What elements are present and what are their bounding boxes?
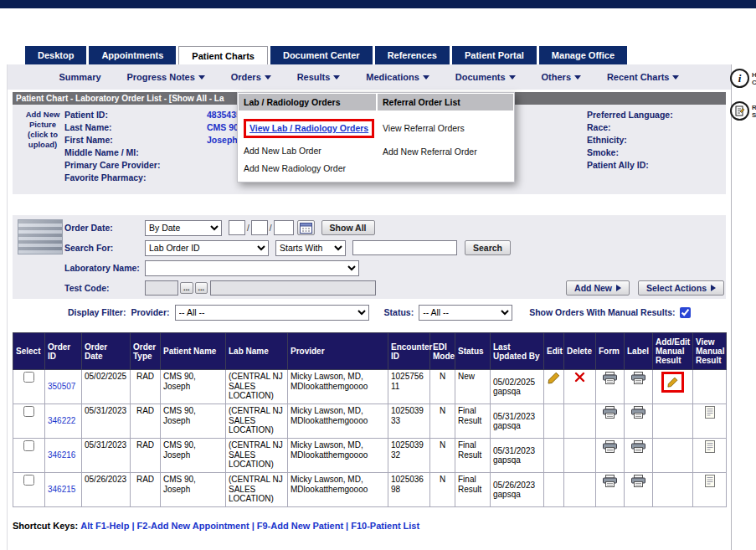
keyboard-image bbox=[18, 219, 63, 254]
top-title-bar bbox=[0, 0, 756, 8]
annotation-highlight-menu: View Lab / Radiology Orders bbox=[244, 119, 374, 138]
menu-item-add-new-lab-order[interactable]: Add New Lab Order bbox=[238, 138, 377, 156]
subnav-documents[interactable]: Documents bbox=[455, 72, 516, 82]
search-input[interactable] bbox=[352, 240, 457, 255]
manual-results-checkbox[interactable] bbox=[680, 307, 691, 318]
header-last-updated-by: Last Updated By bbox=[491, 333, 544, 370]
chevron-down-icon bbox=[672, 75, 679, 80]
arrow-right-icon bbox=[616, 285, 621, 291]
search-field-select[interactable]: Lab Order ID bbox=[145, 240, 269, 256]
menu-item-view-lab-radiology-orders[interactable]: View Lab / Radiology Orders bbox=[238, 111, 377, 138]
order-id-link[interactable]: 346222 bbox=[48, 416, 75, 425]
add-edit-manual-result-pencil-icon[interactable] bbox=[667, 376, 678, 388]
subnav-orders[interactable]: Orders bbox=[231, 72, 271, 82]
table-row: 350507 05/02/2025 RAD CMS 90, Joseph (CE… bbox=[13, 370, 727, 404]
tab-patient-portal[interactable]: Patient Portal bbox=[452, 46, 537, 64]
add-new-button[interactable]: Add New bbox=[566, 280, 630, 296]
search-filter-panel: Order Date: By Date / / Show All Search … bbox=[13, 215, 726, 299]
laboratory-name-label: Laboratory Name: bbox=[64, 263, 145, 273]
calendar-icon[interactable] bbox=[297, 220, 315, 235]
label-printer-icon[interactable] bbox=[631, 406, 645, 419]
laboratory-name-select[interactable] bbox=[145, 260, 359, 276]
header-add-edit-manual-result: Add/Edit Manual Result bbox=[653, 333, 693, 370]
help-center-button[interactable]: i HelCent bbox=[730, 69, 756, 88]
header-patient-name: Patient Name bbox=[161, 333, 226, 370]
provider-filter-select[interactable]: -- All -- bbox=[175, 305, 369, 321]
provider-label: Provider: bbox=[131, 307, 169, 317]
header-order-date: Order Date bbox=[82, 333, 131, 370]
table-header-row: Select Order ID Order Date Order Type Pa… bbox=[13, 333, 727, 370]
subnav-results[interactable]: Results bbox=[297, 72, 341, 82]
chevron-down-icon bbox=[265, 75, 271, 80]
request-sample-button[interactable]: RequSamp bbox=[730, 101, 756, 121]
header-edi-mode: EDI Mode bbox=[430, 333, 455, 370]
status-filter-select[interactable]: -- All -- bbox=[419, 305, 512, 321]
view-manual-result-document-icon[interactable] bbox=[705, 475, 715, 487]
chevron-down-icon bbox=[509, 75, 516, 80]
main-tab-bar: Desktop Appointments Patient Charts Docu… bbox=[25, 46, 627, 64]
form-printer-icon[interactable] bbox=[603, 406, 617, 419]
subnav-others[interactable]: Others bbox=[542, 72, 581, 82]
show-all-button[interactable]: Show All bbox=[321, 220, 375, 235]
primary-care-provider-label: Primary Care Provider: bbox=[64, 160, 207, 172]
tab-manage-office[interactable]: Manage Office bbox=[539, 46, 627, 64]
tab-desktop[interactable]: Desktop bbox=[25, 46, 86, 64]
subnav-recent-charts[interactable]: Recent Charts bbox=[607, 72, 680, 82]
tab-references[interactable]: References bbox=[375, 46, 450, 64]
header-provider: Provider bbox=[288, 333, 388, 370]
test-code-row: Test Code: ... ... Add New Select Action… bbox=[64, 278, 724, 298]
clipboard-icon bbox=[730, 101, 749, 121]
chevron-down-icon bbox=[198, 75, 205, 80]
date-year-input[interactable] bbox=[274, 220, 294, 235]
row-select-checkbox[interactable] bbox=[23, 406, 34, 417]
menu-item-add-new-radiology-order[interactable]: Add New Radiology Order bbox=[238, 156, 377, 173]
view-manual-result-document-icon[interactable] bbox=[705, 406, 715, 419]
tab-patient-charts[interactable]: Patient Charts bbox=[178, 46, 268, 64]
form-printer-icon[interactable] bbox=[603, 475, 617, 487]
add-new-picture-link[interactable]: Add New Picture (click to upload) bbox=[19, 110, 66, 150]
test-code-lookup-button-2[interactable]: ... bbox=[195, 282, 208, 294]
date-mode-select[interactable]: By Date bbox=[145, 220, 222, 236]
order-id-link[interactable]: 346215 bbox=[48, 485, 75, 494]
select-actions-button[interactable]: Select Actions bbox=[638, 280, 724, 296]
label-printer-icon[interactable] bbox=[631, 372, 645, 384]
test-code-input[interactable] bbox=[145, 280, 178, 296]
label-printer-icon[interactable] bbox=[631, 440, 645, 453]
test-description-input[interactable] bbox=[210, 280, 376, 296]
edit-pencil-icon[interactable] bbox=[548, 372, 560, 384]
match-mode-select[interactable]: Starts With bbox=[275, 240, 346, 256]
form-printer-icon[interactable] bbox=[603, 440, 617, 453]
order-date-label: Order Date: bbox=[64, 223, 145, 233]
manual-results-label: Show Orders With Manual Results: bbox=[529, 307, 675, 317]
menu-item-add-new-referral-order[interactable]: Add New Referral Order bbox=[377, 133, 514, 157]
tab-document-center[interactable]: Document Center bbox=[270, 46, 373, 64]
label-printer-icon[interactable] bbox=[631, 475, 645, 487]
shortcut-keys-links[interactable]: Alt F1-Help | F2-Add New Appointment | F… bbox=[80, 521, 419, 531]
preferred-language-label: Preferred Language: bbox=[587, 110, 686, 122]
delete-x-icon[interactable] bbox=[574, 372, 585, 383]
tab-appointments[interactable]: Appointments bbox=[89, 46, 176, 64]
row-select-checkbox[interactable] bbox=[23, 372, 34, 383]
patient-id-label: Patient ID: bbox=[64, 110, 207, 122]
subnav-summary[interactable]: Summary bbox=[59, 72, 100, 82]
form-printer-icon[interactable] bbox=[603, 372, 617, 384]
chevron-down-icon bbox=[333, 75, 340, 80]
view-manual-result-document-icon[interactable] bbox=[705, 440, 715, 453]
header-order-type: Order Type bbox=[131, 333, 161, 370]
shortcut-keys: Shortcut Keys: Alt F1-Help | F2-Add New … bbox=[13, 521, 419, 531]
order-id-link[interactable]: 350507 bbox=[48, 382, 75, 391]
display-filter-label: Display Filter: bbox=[68, 307, 126, 317]
search-button[interactable]: Search bbox=[465, 240, 511, 255]
date-month-input[interactable] bbox=[229, 220, 245, 235]
last-name-label: Last Name: bbox=[64, 122, 207, 135]
test-code-label: Test Code: bbox=[64, 283, 145, 293]
date-day-input[interactable] bbox=[251, 220, 268, 235]
order-id-link[interactable]: 346216 bbox=[48, 450, 75, 460]
patient-fields-right: Preferred Language: Race: Ethnicity: Smo… bbox=[587, 110, 719, 172]
subnav-medications[interactable]: Medications bbox=[366, 72, 429, 82]
test-code-lookup-button[interactable]: ... bbox=[180, 282, 193, 294]
row-select-checkbox[interactable] bbox=[23, 440, 34, 451]
subnav-progress-notes[interactable]: Progress Notes bbox=[126, 72, 204, 82]
row-select-checkbox[interactable] bbox=[23, 475, 34, 486]
menu-item-view-referral-orders[interactable]: View Referral Orders bbox=[377, 111, 514, 133]
